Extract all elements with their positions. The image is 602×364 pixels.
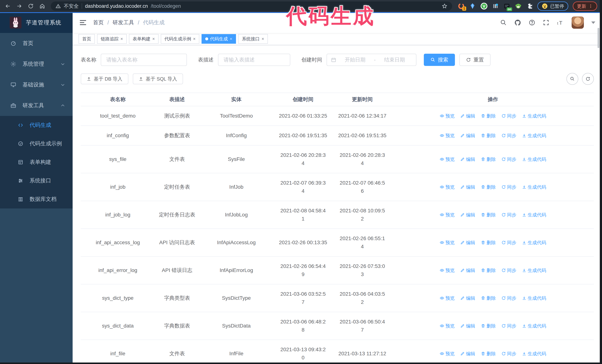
generate-code-button[interactable]: 生成代码 xyxy=(522,239,546,247)
sidebar-item-system-api[interactable]: 系统接口 xyxy=(0,171,73,190)
edit-button[interactable]: 编辑 xyxy=(460,112,475,120)
tab[interactable]: 链路追踪 × xyxy=(97,34,127,44)
generate-code-button[interactable]: 生成代码 xyxy=(522,266,546,274)
update-button[interactable]: 更新 xyxy=(573,1,597,11)
tab[interactable]: 首页 xyxy=(78,34,95,44)
reload-icon[interactable] xyxy=(28,3,34,9)
generate-code-button[interactable]: 生成代码 xyxy=(522,350,546,358)
puzzle-extension-icon[interactable] xyxy=(526,3,533,10)
toggle-search-button[interactable] xyxy=(566,73,578,85)
delete-button[interactable]: 删除 xyxy=(481,350,496,358)
tab[interactable]: 系统接口 × xyxy=(238,34,268,44)
preview-button[interactable]: 预览 xyxy=(440,183,455,191)
shield-extension-icon[interactable] xyxy=(480,2,488,10)
edit-button[interactable]: 编辑 xyxy=(460,155,475,163)
sync-button[interactable]: 同步 xyxy=(501,155,516,163)
tab-close-icon[interactable]: × xyxy=(193,37,196,41)
delete-button[interactable]: 删除 xyxy=(481,211,496,219)
preview-button[interactable]: 预览 xyxy=(440,239,455,247)
table-name-input[interactable] xyxy=(101,54,187,66)
fullscreen-icon[interactable] xyxy=(543,19,549,26)
delete-button[interactable]: 删除 xyxy=(481,322,496,330)
sidebar-item-db-docs[interactable]: 数据库文档 xyxy=(0,190,73,208)
reset-button[interactable]: 重置 xyxy=(459,54,491,66)
home-icon[interactable] xyxy=(39,3,45,9)
paused-badge[interactable]: 已暂停 xyxy=(537,1,568,11)
tab-close-icon[interactable]: × xyxy=(230,37,232,41)
start-date-placeholder[interactable]: 开始日期 xyxy=(338,56,373,63)
import-sql-button[interactable]: 基于 SQL 导入 xyxy=(133,73,183,84)
dark-extension-icon[interactable]: on xyxy=(503,3,510,10)
delete-button[interactable]: 删除 xyxy=(481,294,496,302)
forward-icon[interactable] xyxy=(16,3,22,9)
address-bar[interactable]: 不安全 dashboard.yudao.iocoder.cn/tool/code… xyxy=(51,1,452,11)
sidebar-item-form-builder[interactable]: 表单构建 xyxy=(0,153,73,171)
delete-button[interactable]: 删除 xyxy=(481,155,496,163)
sidebar-item-codegen-example[interactable]: 代码生成示例 xyxy=(0,135,73,153)
github-icon[interactable] xyxy=(514,19,521,26)
preview-button[interactable]: 预览 xyxy=(440,294,455,302)
sync-button[interactable]: 同步 xyxy=(501,350,516,358)
preview-button[interactable]: 预览 xyxy=(440,266,455,274)
generate-code-button[interactable]: 生成代码 xyxy=(522,294,546,302)
edit-button[interactable]: 编辑 xyxy=(460,239,475,247)
hamburger-icon[interactable] xyxy=(79,20,87,26)
breadcrumb-home[interactable]: 首页 xyxy=(93,19,104,26)
tab-close-icon[interactable]: × xyxy=(120,37,123,41)
delete-button[interactable]: 删除 xyxy=(481,112,496,120)
edit-button[interactable]: 编辑 xyxy=(460,322,475,330)
security-label[interactable]: 不安全 xyxy=(64,3,79,10)
table-desc-input[interactable] xyxy=(218,54,290,66)
delete-button[interactable]: 删除 xyxy=(481,266,496,274)
preview-button[interactable]: 预览 xyxy=(440,112,455,120)
font-size-icon[interactable]: tT xyxy=(557,19,564,26)
tab-close-icon[interactable]: × xyxy=(152,37,155,41)
sync-button[interactable]: 同步 xyxy=(501,131,516,140)
bookmark-star-icon[interactable] xyxy=(442,3,447,9)
url-path[interactable]: /tool/codegen xyxy=(151,3,181,9)
sync-button[interactable]: 同步 xyxy=(501,183,516,191)
sync-button[interactable]: 同步 xyxy=(501,112,516,120)
end-date-placeholder[interactable]: 结束日期 xyxy=(377,56,412,63)
help-icon[interactable] xyxy=(529,19,535,26)
search-button[interactable]: 搜索 xyxy=(424,54,455,66)
generate-code-button[interactable]: 生成代码 xyxy=(522,183,546,191)
sidebar-item-home[interactable]: 首页 xyxy=(0,33,73,54)
tab[interactable]: 代码生成 × xyxy=(202,34,236,44)
sync-button[interactable]: 同步 xyxy=(501,294,516,302)
tab[interactable]: 代码生成示例 × xyxy=(161,34,199,44)
date-range-picker[interactable]: 开始日期 - 结束日期 xyxy=(327,54,416,66)
edit-button[interactable]: 编辑 xyxy=(460,211,475,219)
sidebar-item-system-management[interactable]: 系统管理 xyxy=(0,54,73,74)
import-db-button[interactable]: 基于 DB 导入 xyxy=(81,73,128,84)
monkey-extension-icon[interactable] xyxy=(515,3,522,10)
gem-extension-icon[interactable] xyxy=(469,3,476,10)
url-host[interactable]: dashboard.yudao.iocoder.cn xyxy=(85,3,148,9)
sync-button[interactable]: 同步 xyxy=(501,322,516,330)
generate-code-button[interactable]: 生成代码 xyxy=(522,322,546,330)
generate-code-button[interactable]: 生成代码 xyxy=(522,155,546,163)
delete-button[interactable]: 删除 xyxy=(481,131,496,140)
sync-button[interactable]: 同步 xyxy=(501,211,516,219)
preview-button[interactable]: 预览 xyxy=(440,211,455,219)
search-icon[interactable] xyxy=(500,19,507,26)
breadcrumb-dev-tools[interactable]: 研发工具 xyxy=(113,19,134,26)
extension-icon[interactable]: 1 xyxy=(458,3,465,10)
delete-button[interactable]: 删除 xyxy=(481,183,496,191)
tab[interactable]: 表单构建 × xyxy=(129,34,159,44)
refresh-table-button[interactable] xyxy=(582,73,594,85)
generate-code-button[interactable]: 生成代码 xyxy=(522,131,546,140)
preview-button[interactable]: 预览 xyxy=(440,322,455,330)
avatar[interactable] xyxy=(572,16,584,29)
app-logo-area[interactable]: 芋道管理系统 xyxy=(0,12,73,33)
generate-code-button[interactable]: 生成代码 xyxy=(522,211,546,219)
sync-button[interactable]: 同步 xyxy=(501,266,516,274)
edit-button[interactable]: 编辑 xyxy=(460,294,475,302)
sync-button[interactable]: 同步 xyxy=(501,239,516,247)
delete-button[interactable]: 删除 xyxy=(481,239,496,247)
scrollbar-thumb[interactable] xyxy=(598,28,599,48)
edit-button[interactable]: 编辑 xyxy=(460,350,475,358)
generate-code-button[interactable]: 生成代码 xyxy=(522,112,546,120)
edit-button[interactable]: 编辑 xyxy=(460,131,475,140)
preview-button[interactable]: 预览 xyxy=(440,131,455,140)
